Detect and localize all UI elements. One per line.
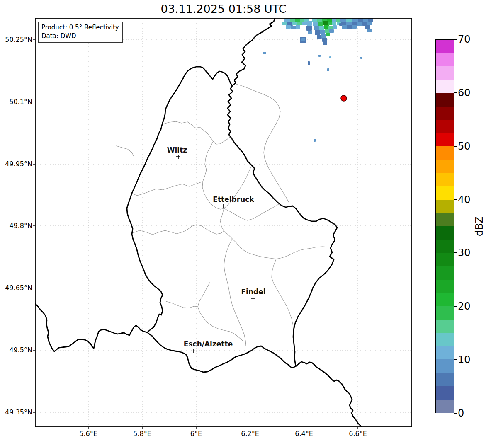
radar-cell	[352, 18, 358, 22]
colorbar-segment	[436, 186, 454, 200]
luxembourg-border	[127, 67, 337, 372]
radar-cell	[333, 25, 337, 29]
y-tick-label: 49.65°N	[0, 284, 32, 292]
radar-cell	[306, 26, 312, 31]
y-tick-label: 49.35°N	[0, 409, 32, 416]
colorbar-segment	[436, 373, 454, 386]
radar-cell	[368, 18, 373, 22]
radar-cell	[297, 22, 303, 25]
colorbar-segment	[436, 346, 454, 359]
colorbar-segment	[436, 266, 454, 279]
x-tick-label: 5.8°E	[122, 430, 162, 438]
radar-cell	[341, 22, 347, 26]
radar-cell	[358, 18, 364, 22]
x-tick-label: 6.4°E	[284, 430, 324, 438]
colorbar-segment	[436, 386, 454, 400]
radar-cell	[332, 22, 336, 25]
radar-cell	[352, 25, 357, 29]
colorbar-tick-mark	[454, 92, 457, 93]
colorbar-tick-mark	[454, 146, 457, 147]
colorbar-segment	[436, 53, 454, 66]
radar-cell	[362, 22, 368, 26]
radar-cell	[314, 26, 319, 30]
radar-cell	[342, 25, 347, 29]
belgium-germany-border	[232, 18, 275, 86]
radar-cell	[367, 29, 372, 32]
radar-cell	[300, 18, 305, 22]
legend-box: Product: 0.5° Reflectivity Data: DWD	[38, 22, 123, 43]
radar-cell	[346, 22, 352, 25]
colorbar-segment	[436, 173, 454, 186]
y-tick-label: 49.95°N	[0, 160, 32, 168]
radar-cell	[321, 34, 326, 38]
y-tick-label: 49.8°N	[0, 222, 32, 230]
radar-cell	[282, 22, 287, 25]
y-tick-label: 49.5°N	[0, 346, 32, 354]
radar-cell	[326, 33, 330, 36]
radar-cell	[302, 22, 307, 25]
radar-cell	[319, 26, 324, 30]
radar-cell	[292, 22, 297, 25]
city-label: Findel	[241, 288, 265, 296]
radar-echo-layer	[263, 18, 373, 142]
radar-cell	[286, 25, 291, 29]
radar-cell	[312, 18, 318, 22]
colorbar-segment	[436, 333, 454, 346]
radar-cell	[313, 22, 318, 26]
colorbar-tick-mark	[454, 413, 457, 414]
colorbar-tick-label: 30	[458, 247, 487, 259]
radar-cell	[301, 38, 305, 41]
radar-cell	[329, 56, 331, 58]
colorbar-segment	[436, 293, 454, 306]
x-tick-label: 6.6°E	[338, 430, 378, 438]
colorbar-tick-label: 10	[458, 354, 487, 366]
radar-cell	[346, 18, 352, 22]
radar-cell	[291, 26, 296, 29]
radar-cell	[327, 68, 329, 71]
radar-cell	[318, 55, 321, 57]
colorbar-tick-label: 50	[458, 140, 487, 153]
city-marker-cross	[176, 155, 180, 159]
radar-cell	[352, 22, 357, 26]
radar-cell	[336, 18, 341, 22]
y-tick-label: 50.1°N	[0, 98, 32, 106]
radar-cell	[295, 18, 300, 22]
radar-cell	[329, 29, 334, 33]
radar-cell	[347, 25, 352, 29]
city-label: Esch/Alzette	[184, 340, 233, 348]
city-marker-cross	[191, 349, 195, 353]
france-belgium-border	[35, 304, 147, 351]
district-borders	[116, 84, 331, 346]
colorbar-segment	[436, 93, 454, 107]
radar-cell	[320, 30, 325, 34]
city-label: Wiltz	[167, 146, 187, 154]
radar-cell	[360, 57, 362, 59]
colorbar-segment	[436, 40, 454, 53]
radar-cell	[308, 31, 312, 34]
radar-cell	[339, 23, 342, 26]
radar-cell	[357, 22, 363, 26]
colorbar-tick-mark	[454, 306, 457, 307]
colorbar-segment	[436, 320, 454, 333]
colorbar-tick-label: 20	[458, 300, 487, 312]
radar-cell	[287, 22, 293, 26]
x-tick-label: 6.2°E	[230, 430, 270, 438]
legend-product-line: Product: 0.5° Reflectivity	[41, 23, 119, 32]
colorbar-segment	[436, 160, 454, 173]
colorbar-segment	[436, 400, 454, 413]
radar-cell	[290, 18, 295, 22]
radar-cell	[325, 29, 330, 33]
colorbar-segment	[436, 66, 454, 80]
legend-data-line: Data: DWD	[41, 32, 119, 41]
radar-cell	[332, 18, 336, 22]
radar-cell	[322, 38, 327, 42]
colorbar-tick-mark	[454, 199, 457, 200]
plot-frame	[35, 18, 412, 427]
radar-cell	[315, 30, 320, 35]
colorbar-segment	[436, 280, 454, 293]
radar-cell	[324, 25, 329, 29]
radar-cell	[317, 35, 322, 39]
radar-cell	[340, 18, 347, 22]
radar-cell	[308, 61, 310, 65]
radar-cell	[365, 25, 370, 29]
